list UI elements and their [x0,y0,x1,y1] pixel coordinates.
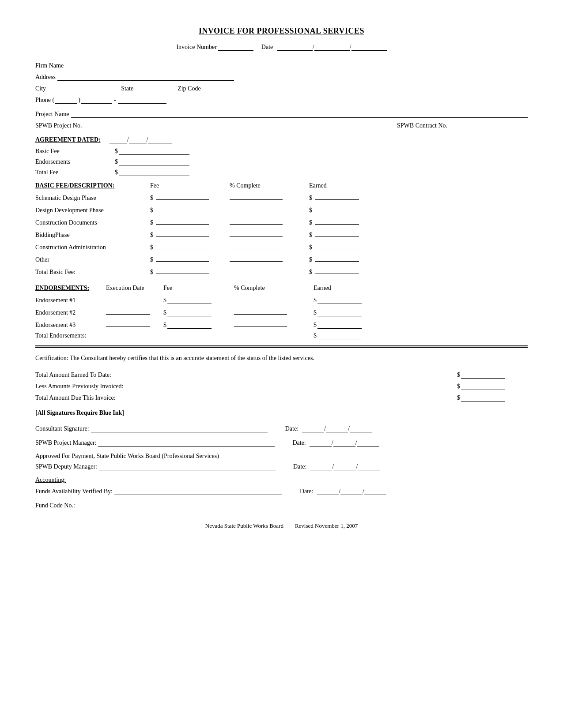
fund-code-field[interactable] [77,501,245,509]
fee-field[interactable] [156,241,209,249]
endorsements-input[interactable] [119,158,189,165]
fee-field[interactable] [156,204,209,212]
end-pct-field[interactable] [234,319,287,327]
deputy-sig-field[interactable] [99,462,276,470]
end-pct-field[interactable] [234,307,287,315]
consultant-sig-field[interactable] [91,424,268,432]
total-fee-field: $ [115,168,189,176]
exec-date-field[interactable] [106,319,150,327]
pct-field[interactable] [230,192,283,200]
end-fee-field[interactable] [167,321,212,329]
deputy-sig-row: SPWB Deputy Manager: Date: // [35,462,528,470]
earned-field[interactable] [315,192,359,200]
phone-prefix-field[interactable] [81,96,112,104]
spwb-pm-field[interactable] [98,439,275,447]
end-complete-header: % Complete [234,285,314,292]
footer: Nevada State Public Works Board Revised … [35,522,528,529]
end-pct-field[interactable] [234,294,287,302]
agreement-date-day[interactable] [129,135,147,143]
project-name-field[interactable] [71,110,528,118]
agreement-date-year[interactable] [148,135,172,143]
end-earned-field[interactable] [317,308,362,316]
date-day-field[interactable] [314,44,350,51]
end-fee-field[interactable] [167,296,212,304]
earned-field[interactable] [315,204,359,212]
basic-fee-input[interactable] [119,147,189,155]
fee-field[interactable] [156,254,209,262]
fee-field[interactable] [156,229,209,237]
agreement-date-month[interactable] [110,135,127,143]
earned-field[interactable] [315,266,359,274]
pct-field[interactable] [230,254,283,262]
earned-field[interactable] [315,217,359,225]
table-row: Schematic Design Phase $ $ [35,192,528,202]
date-month-field[interactable] [277,44,313,51]
phone-number-field[interactable] [118,96,166,104]
endorsements-row: Endorsements $ [35,158,528,165]
pct-field[interactable] [230,229,283,237]
exec-date-field[interactable] [106,294,150,302]
earned-field[interactable] [315,229,359,237]
row-label: Construction Documents [35,219,150,226]
state-field[interactable] [134,84,174,92]
total-end-earned-field[interactable] [317,331,362,339]
pm-date-day[interactable] [333,439,355,447]
dep-date-month[interactable] [310,462,332,470]
funds-sig-field[interactable] [114,487,282,495]
date-year-field[interactable] [351,44,387,51]
total-due-field[interactable] [461,394,505,402]
pct-field[interactable] [230,241,283,249]
funds-date-day[interactable] [340,487,363,495]
spwb-project-no-field[interactable] [83,121,162,129]
table-row: Endorsement #2 $ $ [35,307,528,316]
pm-date: Date: // [292,439,379,447]
table-row: Other $ $ [35,254,528,263]
city-field[interactable] [47,84,117,92]
end-earned-field[interactable] [317,321,362,329]
dep-date-year[interactable] [358,462,380,470]
fee-field[interactable] [156,266,209,274]
funds-row: Funds Availability Verified By: Date: // [35,487,528,495]
funds-date-year[interactable] [364,487,386,495]
less-invoiced-field[interactable] [461,382,505,390]
address-field[interactable] [57,73,234,81]
earned-field[interactable] [315,241,359,249]
row-label: Other [35,256,150,263]
fee-field[interactable] [156,192,209,200]
end-fee-field[interactable] [167,308,212,316]
total-fee-input[interactable] [119,168,189,176]
phone-area-field[interactable] [55,96,77,104]
firm-name-field[interactable] [65,61,251,69]
divider-bottom [35,347,528,348]
total-due-label: Total Amount Due This Invoice: [35,394,457,402]
table-row: Total Endorsements: $ [35,331,528,339]
row-label: BiddingPhase [35,232,150,239]
earned-field[interactable] [315,254,359,262]
cons-date-day[interactable] [326,424,348,432]
pm-date-month[interactable] [310,439,332,447]
firm-name-row: Firm Name [35,61,528,69]
pct-field[interactable] [230,204,283,212]
pm-date-year[interactable] [357,439,379,447]
dep-date-day[interactable] [334,462,356,470]
invoice-number-field[interactable] [218,44,253,51]
total-earned-field[interactable] [461,371,505,379]
zip-field[interactable] [202,84,255,92]
date-label: Date: [285,425,299,432]
exec-date-field[interactable] [106,307,150,315]
fee-field[interactable] [156,217,209,225]
less-invoiced-label: Less Amounts Previously Invoiced: [35,383,457,390]
end-earned-field[interactable] [317,296,362,304]
fee-col-header: Fee [150,182,230,189]
blue-ink-note: [All Signatures Require Blue Ink] [35,409,528,417]
totals-section: Total Amount Earned To Date: $ Less Amou… [35,371,528,402]
phone-label: Phone ( [35,97,54,104]
address-label: Address [35,74,56,81]
spwb-contract-no-field[interactable] [448,121,528,129]
cons-date-month[interactable] [302,424,324,432]
pct-field[interactable] [230,217,283,225]
consultant-sig-label: Consultant Signature: [35,425,89,432]
funds-date-month[interactable] [317,487,339,495]
endorsements-header-label: ENDORSEMENTS: [35,285,89,291]
cons-date-year[interactable] [350,424,372,432]
